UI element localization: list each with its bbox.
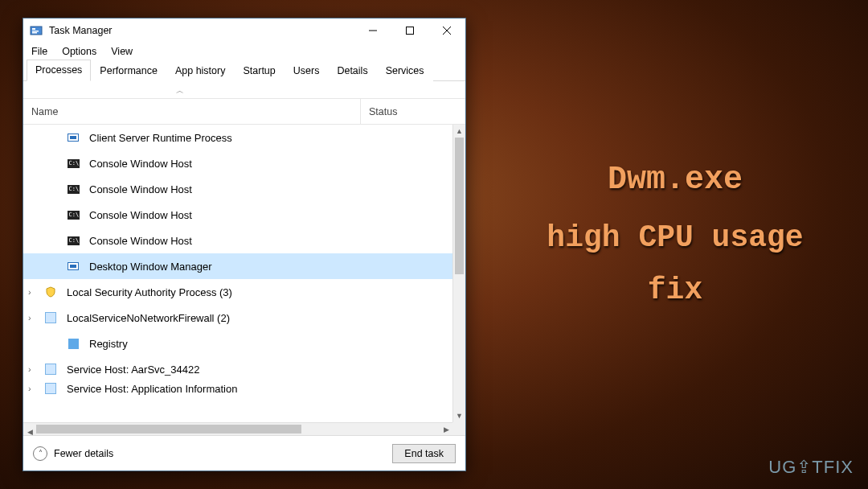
maximize-button[interactable]: [391, 18, 428, 43]
vertical-scrollbar[interactable]: ▲ ▼: [452, 125, 465, 422]
chevron-right-icon[interactable]: ›: [28, 364, 39, 374]
tab-startup[interactable]: Startup: [234, 60, 284, 81]
tab-details[interactable]: Details: [328, 60, 376, 81]
titlebar[interactable]: Task Manager: [23, 18, 465, 43]
table-row[interactable]: C:\Console Window Host: [23, 202, 452, 228]
column-status[interactable]: Status: [361, 106, 465, 117]
process-list-area: Client Server Runtime ProcessC:\Console …: [23, 125, 465, 435]
svg-rect-2: [32, 31, 39, 32]
table-row[interactable]: ›Service Host: AarSvc_34422: [23, 356, 452, 382]
menu-view[interactable]: View: [111, 46, 133, 57]
promo-line1: Dwm.exe: [530, 153, 820, 208]
table-row[interactable]: C:\Console Window Host: [23, 150, 452, 176]
chevron-up-icon: ︿: [176, 85, 184, 97]
process-name: Local Security Authority Process (3): [67, 286, 232, 298]
svg-rect-3: [32, 32, 37, 34]
table-row[interactable]: ›LocalServiceNoNetworkFirewall (2): [23, 305, 452, 331]
tab-users[interactable]: Users: [285, 60, 329, 81]
process-name: Client Server Runtime Process: [89, 132, 232, 144]
scroll-left-icon[interactable]: ◀: [23, 425, 36, 435]
task-manager-window: Task Manager File Options View Processes…: [23, 18, 466, 471]
promo-line2: high CPU usage: [530, 212, 820, 265]
menu-options[interactable]: Options: [62, 46, 96, 57]
task-manager-icon: [30, 24, 43, 37]
process-name: Console Window Host: [89, 209, 192, 221]
process-name: Service Host: AarSvc_34422: [67, 364, 199, 376]
shield-icon: [44, 286, 57, 298]
vertical-scroll-thumb[interactable]: [455, 138, 464, 274]
promo-line3: fix: [530, 265, 820, 317]
console-icon: C:\: [67, 234, 80, 247]
horizontal-scrollbar[interactable]: ◀ ▶: [23, 422, 452, 435]
tabstrip: Processes Performance App history Startu…: [23, 60, 465, 81]
scroll-corner: [452, 422, 465, 435]
end-task-button[interactable]: End task: [392, 444, 456, 463]
tab-services[interactable]: Services: [377, 60, 433, 81]
fewer-details-label: Fewer details: [54, 448, 113, 459]
svg-rect-5: [407, 27, 414, 35]
process-name: Console Window Host: [89, 158, 192, 170]
sort-indicator-row: ︿: [23, 81, 465, 99]
column-headers: Name Status: [23, 99, 465, 125]
menu-file[interactable]: File: [31, 46, 47, 57]
window-title: Task Manager: [49, 25, 354, 36]
menubar: File Options View: [23, 43, 465, 60]
tab-performance[interactable]: Performance: [91, 60, 166, 81]
chevron-right-icon[interactable]: ›: [28, 384, 39, 393]
footer: ˄ Fewer details End task: [23, 435, 465, 471]
window-icon: [67, 131, 80, 144]
chevron-right-icon[interactable]: ›: [28, 287, 39, 297]
process-name: Console Window Host: [89, 235, 192, 247]
watermark: UG⇪TFIX: [768, 457, 854, 478]
minimize-button[interactable]: [354, 18, 391, 43]
table-row[interactable]: ›Service Host: Application Information: [23, 382, 452, 395]
scroll-down-icon[interactable]: ▼: [453, 409, 465, 422]
gear-icon: [44, 363, 57, 376]
promo-caption: Dwm.exe high CPU usage fix: [530, 153, 820, 316]
horizontal-scroll-thumb[interactable]: [36, 425, 301, 434]
column-name[interactable]: Name: [23, 99, 361, 124]
chevron-up-icon: ˄: [33, 446, 47, 461]
table-row[interactable]: C:\Console Window Host: [23, 176, 452, 202]
process-list[interactable]: Client Server Runtime ProcessC:\Console …: [23, 125, 452, 422]
table-row[interactable]: ›Local Security Authority Process (3): [23, 279, 452, 305]
process-name: Service Host: Application Information: [67, 383, 237, 395]
fewer-details-button[interactable]: ˄ Fewer details: [33, 446, 113, 461]
gear-icon: [44, 311, 57, 324]
console-icon: C:\: [67, 208, 80, 221]
table-row[interactable]: C:\Console Window Host: [23, 228, 452, 253]
svg-rect-1: [32, 28, 35, 30]
process-name: Registry: [89, 338, 128, 350]
chevron-right-icon[interactable]: ›: [28, 313, 39, 323]
tab-processes[interactable]: Processes: [27, 60, 91, 81]
table-row[interactable]: Client Server Runtime Process: [23, 125, 452, 150]
scroll-up-icon[interactable]: ▲: [453, 125, 465, 138]
table-row[interactable]: Desktop Window Manager: [23, 253, 452, 279]
console-icon: C:\: [67, 183, 80, 195]
console-icon: C:\: [67, 157, 80, 170]
close-button[interactable]: [428, 18, 465, 43]
process-name: Desktop Window Manager: [89, 261, 211, 273]
table-row[interactable]: Registry: [23, 331, 452, 356]
process-name: Console Window Host: [89, 183, 192, 195]
window-icon: [67, 260, 80, 273]
process-name: LocalServiceNoNetworkFirewall (2): [67, 312, 230, 324]
window-controls: [354, 18, 465, 43]
gear-icon: [44, 382, 57, 395]
registry-icon: [67, 337, 80, 350]
scroll-right-icon[interactable]: ▶: [440, 423, 452, 435]
tab-app-history[interactable]: App history: [166, 60, 235, 81]
